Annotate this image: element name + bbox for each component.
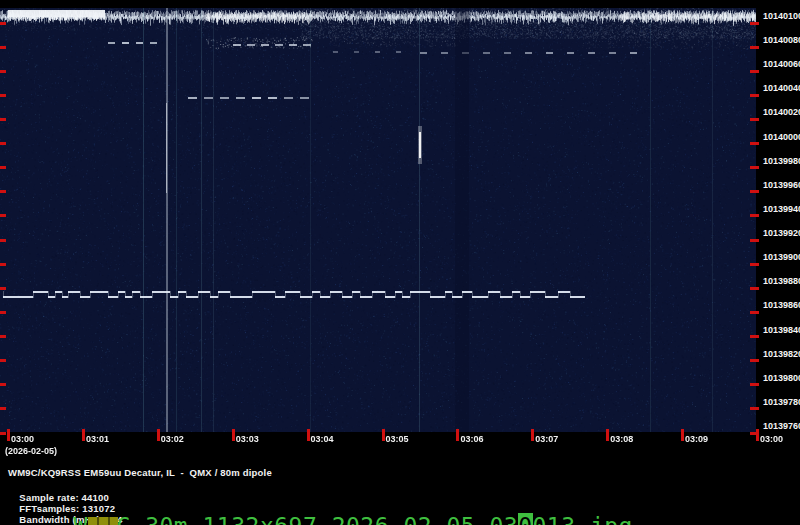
terminal-cursor: 0 (518, 513, 532, 525)
freq-tick-mark (750, 142, 759, 145)
freq-tick-mark-left (0, 432, 6, 435)
time-tick-mark (456, 429, 459, 441)
freq-tick-mark-left (0, 118, 6, 121)
freq-tick-mark-left (0, 214, 6, 217)
freq-tick-mark-left (0, 142, 6, 145)
freq-tick-label: 10139760 (763, 422, 799, 431)
time-tick-label: 03:03 (236, 435, 259, 444)
time-tick-label: 03:04 (311, 435, 334, 444)
time-tick-mark (157, 429, 160, 441)
freq-tick-mark (750, 214, 759, 217)
freq-tick-label: 10139840 (763, 326, 799, 335)
freq-tick-mark-left (0, 287, 6, 290)
freq-tick-mark (750, 46, 759, 49)
freq-tick-mark (750, 383, 759, 386)
freq-tick-mark (750, 239, 759, 242)
freq-tick-mark-left (0, 166, 6, 169)
freq-tick-mark-left (0, 190, 6, 193)
freq-tick-label: 10139880 (763, 277, 799, 286)
time-tick-mark (681, 429, 684, 441)
freq-tick-mark (750, 166, 759, 169)
filename-prefix: WM9C-30m.1132x697.2026-02-05-03 (73, 513, 518, 525)
time-tick-label: 03:05 (386, 435, 409, 444)
freq-tick-mark-left (0, 22, 6, 25)
time-tick-mark (606, 429, 609, 441)
time-tick-mark (382, 429, 385, 441)
station-info: WM9C/KQ9RSS EM59uu Decatur, IL - QMX / 8… (8, 467, 272, 478)
time-tick-label: 03:08 (610, 435, 633, 444)
time-tick-mark (232, 429, 235, 441)
freq-tick-mark (750, 287, 759, 290)
freq-tick-mark-left (0, 383, 6, 386)
freq-tick-mark-left (0, 94, 6, 97)
freq-tick-mark-left (0, 70, 6, 73)
freq-tick-mark-left (0, 359, 6, 362)
time-tick-label: 03:02 (161, 435, 184, 444)
freq-tick-mark-left (0, 407, 6, 410)
freq-tick-mark-left (0, 335, 6, 338)
freq-tick-mark (750, 263, 759, 266)
time-tick-label: 03:09 (685, 435, 708, 444)
time-tick-mark (531, 429, 534, 441)
freq-tick-mark (750, 359, 759, 362)
time-tick-mark (756, 429, 759, 441)
freq-tick-label: 10139780 (763, 398, 799, 407)
freq-tick-mark (750, 335, 759, 338)
freq-tick-label: 10140000 (763, 133, 799, 142)
freq-tick-mark (750, 70, 759, 73)
freq-tick-label: 10140060 (763, 60, 799, 69)
freq-tick-label: 10139980 (763, 157, 799, 166)
freq-tick-mark (750, 22, 759, 25)
freq-tick-mark (750, 311, 759, 314)
date-label: (2026-02-05) (5, 446, 57, 456)
time-tick-label: 03:00 (760, 435, 783, 444)
freq-tick-mark (750, 118, 759, 121)
freq-tick-label: 10140080 (763, 36, 799, 45)
freq-tick-mark (750, 190, 759, 193)
freq-tick-mark-left (0, 311, 6, 314)
freq-tick-mark-left (0, 263, 6, 266)
time-tick-label: 03:07 (535, 435, 558, 444)
qrss-grabber-screenshot: 1014010010140080101400601014004010140020… (0, 0, 800, 525)
terminal-artifact-block (88, 517, 118, 525)
freq-tick-label: 10140100 (763, 12, 799, 21)
filename-suffix: 013.jpg (533, 513, 633, 525)
time-tick-mark (307, 429, 310, 441)
time-tick-label: 03:06 (460, 435, 483, 444)
freq-tick-mark (750, 94, 759, 97)
freq-tick-label: 10140040 (763, 84, 799, 93)
waterfall-canvas (0, 8, 756, 432)
freq-tick-label: 10139920 (763, 229, 799, 238)
time-tick-label: 03:01 (86, 435, 109, 444)
time-tick-mark (7, 429, 10, 441)
freq-tick-mark-left (0, 46, 6, 49)
freq-tick-label: 10139800 (763, 374, 799, 383)
freq-tick-mark (750, 407, 759, 410)
freq-tick-label: 10139900 (763, 253, 799, 262)
freq-tick-mark-left (0, 239, 6, 242)
freq-tick-label: 10139960 (763, 181, 799, 190)
freq-tick-label: 10139820 (763, 350, 799, 359)
freq-tick-label: 10140020 (763, 108, 799, 117)
time-tick-mark (82, 429, 85, 441)
freq-tick-label: 10139940 (763, 205, 799, 214)
time-tick-label: 03:00 (11, 435, 34, 444)
freq-tick-label: 10139860 (763, 301, 799, 310)
